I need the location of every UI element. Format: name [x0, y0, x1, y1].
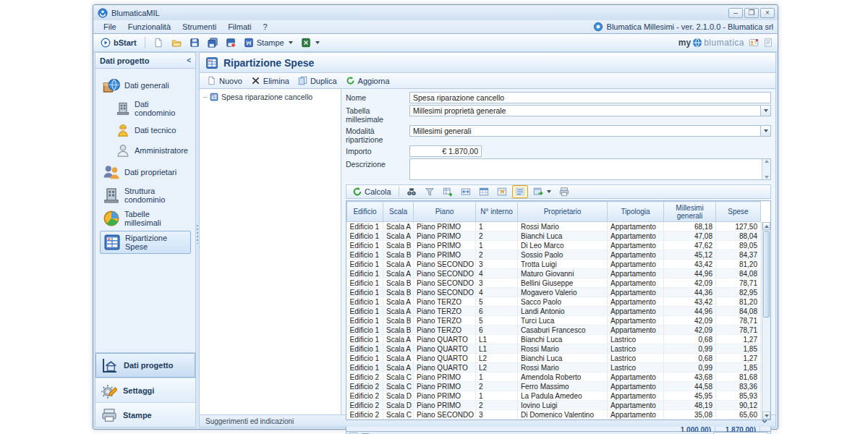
table-row[interactable]: Edificio 1Scala APiano TERZO6Landi Anton… [347, 307, 761, 316]
sidebar-item-ripartizione-spese[interactable]: Ripartizione Spese [100, 231, 191, 254]
excel-export-button[interactable] [298, 36, 323, 49]
importo-field[interactable]: € 1.870,00 [409, 145, 482, 157]
table-row[interactable]: Edificio 1Scala BPiano PRIMO2Sossio Paol… [347, 250, 761, 260]
menu-?[interactable]: ? [258, 21, 273, 33]
minimize-button[interactable]: – [728, 8, 743, 18]
sidebar-item-dati-proprietari[interactable]: Dati proprietari [100, 161, 191, 183]
sidebar-item-tabelle-millesimali[interactable]: Tabelle millesimali [100, 208, 191, 229]
user-card-icon[interactable] [749, 38, 759, 48]
table-row[interactable]: Edificio 1Scala APiano SECONDO4Maturo Gi… [347, 269, 761, 278]
table-row[interactable]: Edificio 1Scala BPiano TERZO6Casaburi Fr… [347, 326, 761, 335]
combo-arrow-button[interactable] [760, 126, 770, 136]
column-header-n-interno[interactable]: N° interno [476, 202, 518, 222]
table-cell: Appartamento [608, 241, 664, 250]
nuovo-button[interactable]: Nuovo [203, 75, 246, 87]
table-cell: 1,27 [716, 335, 761, 344]
maximize-button[interactable]: ❐ [744, 8, 759, 18]
scrollbar-thumb[interactable] [763, 231, 770, 318]
bstart-button[interactable]: bStart [98, 36, 140, 49]
duplica-button[interactable]: Duplica [294, 75, 341, 87]
sidebar-item-label: Dati condominio [135, 100, 188, 117]
table-row[interactable]: Edificio 1Scala BPiano TERZO5Turci LucaA… [347, 316, 761, 326]
menu-strumenti[interactable]: Strumenti [176, 21, 222, 33]
vertical-scrollbar[interactable] [762, 222, 770, 420]
new-doc-button[interactable] [150, 36, 166, 49]
sidebar-splitter[interactable] [196, 52, 199, 427]
sidebar-collapse-button[interactable]: < [187, 56, 191, 64]
column-header-tipologia[interactable]: Tipologia [608, 202, 664, 222]
table-cell: 1,85 [716, 344, 761, 354]
table-add-button[interactable] [440, 185, 456, 198]
field-value: Millesimi proprietà generale [413, 106, 506, 115]
table-row[interactable]: Edificio 2Scala CPiano PRIMO2Ferro Massi… [347, 382, 761, 391]
table-row[interactable]: Edificio 1Scala BPiano SECONDO3Bellini G… [347, 278, 761, 288]
table-cell: Appartamento [608, 231, 664, 241]
field-label: Nome [346, 92, 409, 102]
scroll-up-button[interactable] [762, 222, 770, 230]
table-row[interactable]: Edificio 1Scala APiano QUARTOL2Bianchi L… [347, 354, 761, 363]
sidebar-item-amministratore[interactable]: Amministratore [113, 141, 191, 160]
sidebar-button-settaggi[interactable]: Settaggi [95, 378, 195, 402]
funnel-button[interactable] [422, 185, 438, 198]
table-cell-button[interactable] [494, 185, 510, 198]
table-row[interactable]: Edificio 2Scala CPiano SECONDO3Di Domeni… [347, 410, 761, 420]
nome-field[interactable]: Spesa riparazione cancello [409, 92, 771, 103]
table-row[interactable]: Edificio 1Scala APiano SECONDO3Trotta Lu… [347, 260, 761, 269]
column-header-spese[interactable]: Spese [716, 202, 761, 222]
title-bar[interactable]: BlumaticaMIL – ❐ × [93, 5, 778, 20]
table-row[interactable]: Edificio 2Scala CPiano PRIMO1Amendola Ro… [347, 373, 761, 382]
open-folder-button[interactable] [169, 36, 184, 49]
save-db-button[interactable] [223, 36, 239, 49]
descrizione-field[interactable] [409, 158, 771, 180]
textarea-scrollbar[interactable] [762, 159, 770, 179]
sidebar-item-dati-tecnico[interactable]: Dati tecnico [113, 121, 191, 140]
table-row[interactable]: Edificio 2Scala DPiano PRIMO2Iovino Luig… [347, 401, 761, 410]
column-header-piano[interactable]: Piano [414, 202, 476, 222]
save-all-button[interactable] [205, 36, 221, 49]
table-row[interactable]: Edificio 1Scala APiano QUARTOL2Rossi Mar… [347, 363, 761, 373]
column-header-scala[interactable]: Scala [383, 202, 414, 222]
tree-item-spesa[interactable]: --- Spesa riparazione cancello [201, 92, 339, 102]
myblumatica-logo[interactable]: my blumatica [678, 38, 744, 48]
printer-button[interactable] [556, 185, 572, 198]
table-row[interactable]: Edificio 1Scala APiano PRIMO1Rossi Mario… [347, 222, 761, 231]
column-header-edificio[interactable]: Edificio [347, 202, 383, 222]
scroll-down-button[interactable] [762, 412, 770, 420]
table-row[interactable]: Edificio 2Scala DPiano PRIMO1La Padula A… [347, 391, 761, 401]
fit-width-button[interactable] [458, 185, 474, 198]
column-header-millesimi-generali[interactable]: Millesimi generali [664, 202, 716, 222]
table-row[interactable]: Edificio 1Scala APiano PRIMO2Bianchi Luc… [347, 231, 761, 241]
menu-filmati[interactable]: Filmati [222, 21, 257, 33]
menu-funzionalit[interactable]: Funzionalità [122, 21, 176, 33]
sidebar-item-label: Amministratore [135, 146, 188, 155]
sidebar-item-dati-generali[interactable]: Dati generali [100, 75, 191, 96]
sidebar-button-stampe[interactable]: Stampe [95, 402, 195, 427]
tabella-millesimale-field[interactable]: Millesimi proprietà generale [409, 105, 771, 116]
aggiorna-button[interactable]: Aggiorna [342, 75, 393, 87]
calcola-button[interactable]: Calcola [349, 185, 394, 198]
table-row[interactable]: Edificio 1Scala BPiano PRIMO1Di Leo Marc… [347, 241, 761, 250]
table-cell: Scala A [383, 363, 414, 373]
column-header-proprietario[interactable]: Proprietario [518, 202, 608, 222]
combo-arrow-button[interactable] [760, 106, 770, 116]
table-header-button[interactable] [476, 185, 492, 198]
table-row[interactable]: Edificio 1Scala BPiano SECONDO4Mogavero … [347, 288, 761, 297]
close-button[interactable]: × [760, 8, 775, 18]
sidebar-item-struttura-condominio[interactable]: Struttura condominio [100, 184, 191, 206]
table-row[interactable]: Edificio 1Scala APiano QUARTOL1Bianchi L… [347, 335, 761, 344]
export-arrow-button[interactable] [530, 185, 554, 198]
modalità-ripartizione-field[interactable]: Millesimi generali [409, 125, 771, 137]
table-cell: Scala A [383, 269, 414, 278]
binoculars-button[interactable] [404, 185, 420, 198]
stampe-button[interactable]: Stampe [241, 36, 296, 49]
save-button[interactable] [187, 36, 203, 49]
table-row[interactable]: Edificio 1Scala APiano QUARTOL1Rossi Mar… [347, 344, 761, 354]
table-row[interactable]: Edificio 1Scala APiano TERZO5Sacco Paolo… [347, 297, 761, 307]
elimina-button[interactable]: Elimina [247, 75, 293, 87]
sidebar-button-dati-progetto[interactable]: Dati progetto [95, 353, 195, 378]
sidebar-item-dati-condominio[interactable]: Dati condominio [113, 98, 191, 119]
table-cell: Appartamento [608, 278, 664, 288]
menu-file[interactable]: File [98, 21, 122, 33]
list-lines-button[interactable] [512, 185, 528, 198]
news-page-icon[interactable] [763, 38, 773, 48]
